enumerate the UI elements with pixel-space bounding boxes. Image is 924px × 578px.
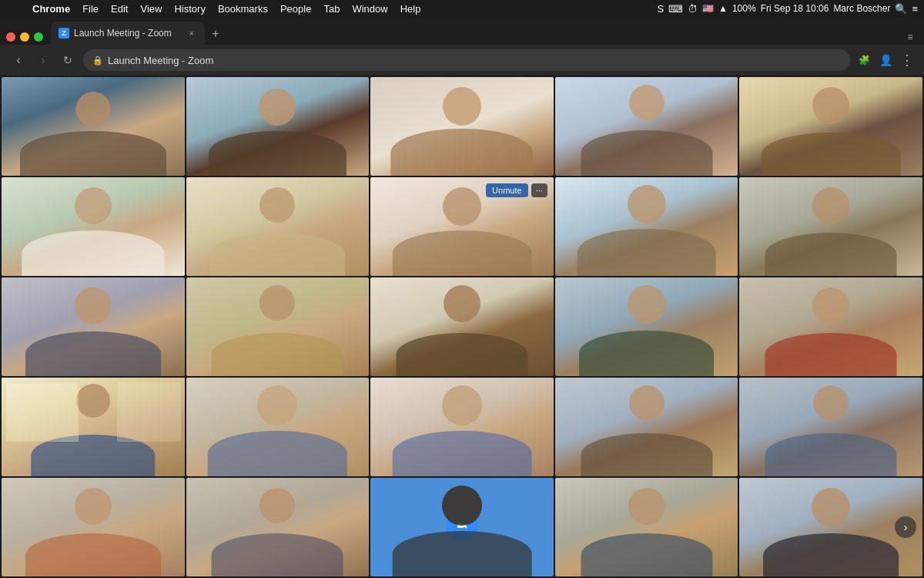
maximize-button[interactable] xyxy=(34,32,43,42)
menu-tab[interactable]: Tab xyxy=(317,0,346,17)
menu-edit[interactable]: Edit xyxy=(105,0,134,17)
video-cell-5-1[interactable] xyxy=(2,478,185,576)
video-cell-1-4[interactable] xyxy=(555,77,738,176)
menu-view[interactable]: View xyxy=(134,0,168,17)
datetime-display: Fri Sep 18 10:06 xyxy=(761,3,829,14)
unmute-button[interactable]: Unmute xyxy=(486,183,528,197)
url-text: Launch Meeting - Zoom xyxy=(108,55,213,66)
video-cell-4-4[interactable] xyxy=(555,378,738,476)
menu-people[interactable]: People xyxy=(274,0,317,17)
keyboard-icon: ⌨ xyxy=(668,3,683,15)
tab-close-button[interactable]: × xyxy=(186,28,197,39)
tab-title: Launch Meeting - Zoom xyxy=(74,28,182,39)
video-cell-3-5[interactable] xyxy=(739,277,922,376)
video-cell-2-1[interactable] xyxy=(2,177,185,276)
reload-button[interactable]: ↻ xyxy=(59,51,77,69)
menu-window[interactable]: Window xyxy=(346,0,393,17)
video-cell-3-1[interactable] xyxy=(2,277,185,376)
menubar-right: S ⌨ ⏱ 🇺🇸 ▲ 100% Fri Sep 18 10:06 Marc Bo… xyxy=(657,3,918,15)
extensions-icon[interactable]: 🧩 xyxy=(856,52,872,68)
active-tab[interactable]: Z Launch Meeting - Zoom × xyxy=(51,22,205,45)
video-cell-3-2[interactable] xyxy=(186,277,370,376)
toolbar-icons: 🧩 👤 ⋮ xyxy=(856,52,915,68)
video-cell-5-2[interactable] xyxy=(186,478,370,576)
control-center-icon[interactable]: ≡ xyxy=(912,3,918,15)
minimize-button[interactable] xyxy=(20,32,29,42)
app-name[interactable]: Chrome xyxy=(26,0,76,17)
video-cell-5-5[interactable]: › xyxy=(739,478,922,576)
browser-frame: Z Launch Meeting - Zoom × + ≡ ‹ › ↻ 🔒 La… xyxy=(0,17,924,578)
video-cell-4-2[interactable] xyxy=(186,378,370,476)
wifi-icon: ▲ xyxy=(718,3,728,14)
video-cell-1-1[interactable] xyxy=(2,77,185,176)
flag-icon: 🇺🇸 xyxy=(702,3,714,14)
search-icon[interactable]: 🔍 xyxy=(895,3,907,15)
battery-level: 100% xyxy=(732,3,756,14)
video-cell-4-5[interactable] xyxy=(739,378,922,476)
user-name: Marc Boscher xyxy=(833,3,890,14)
tab-menu-icon[interactable]: ≡ xyxy=(902,29,918,45)
menubar-left: Chrome File Edit View History Bookmarks … xyxy=(6,0,427,17)
video-cell-1-5[interactable] xyxy=(739,77,922,176)
menu-help[interactable]: Help xyxy=(394,0,427,17)
menubar: Chrome File Edit View History Bookmarks … xyxy=(0,0,924,17)
menu-bookmarks[interactable]: Bookmarks xyxy=(212,0,274,17)
video-cell-2-2[interactable] xyxy=(186,177,370,276)
time-machine-icon: ⏱ xyxy=(688,3,698,15)
tab-favicon: Z xyxy=(59,28,69,39)
menu-icon[interactable]: ⋮ xyxy=(899,52,915,68)
video-cell-5-3[interactable] xyxy=(370,478,554,576)
video-cell-1-3[interactable] xyxy=(370,77,554,176)
more-options-button[interactable]: ··· xyxy=(531,183,547,197)
skype-status-icon: S xyxy=(657,3,664,15)
video-cell-1-2[interactable] xyxy=(186,77,370,176)
apple-menu[interactable] xyxy=(6,0,18,17)
video-cell-2-4[interactable] xyxy=(555,177,738,276)
video-cell-3-4[interactable] xyxy=(555,277,738,376)
video-cell-5-4[interactable] xyxy=(555,478,738,576)
menu-history[interactable]: History xyxy=(168,0,211,17)
back-button[interactable]: ‹ xyxy=(9,51,28,69)
next-page-arrow[interactable]: › xyxy=(895,516,916,538)
video-cell-4-3[interactable] xyxy=(370,378,554,476)
unmute-overlay: Unmute ··· xyxy=(486,183,547,197)
close-button[interactable] xyxy=(6,32,15,42)
new-tab-button[interactable]: + xyxy=(206,25,225,43)
forward-button[interactable]: › xyxy=(34,51,52,69)
window-controls[interactable] xyxy=(6,32,43,42)
video-cell-4-1[interactable] xyxy=(2,378,185,476)
video-cell-3-3[interactable] xyxy=(370,277,554,376)
video-grid: Unmute ··· xyxy=(0,76,924,578)
video-cell-2-3[interactable]: Unmute ··· xyxy=(370,177,554,276)
profile-icon[interactable]: 👤 xyxy=(878,52,893,68)
addressbar: ‹ › ↻ 🔒 Launch Meeting - Zoom 🧩 👤 ⋮ xyxy=(0,45,924,76)
video-cell-2-5[interactable] xyxy=(739,177,922,276)
zoom-meeting-area: Unmute ··· xyxy=(0,76,924,578)
tabbar: Z Launch Meeting - Zoom × + ≡ xyxy=(0,17,924,45)
menu-file[interactable]: File xyxy=(76,0,105,17)
url-bar[interactable]: 🔒 Launch Meeting - Zoom xyxy=(83,49,850,71)
